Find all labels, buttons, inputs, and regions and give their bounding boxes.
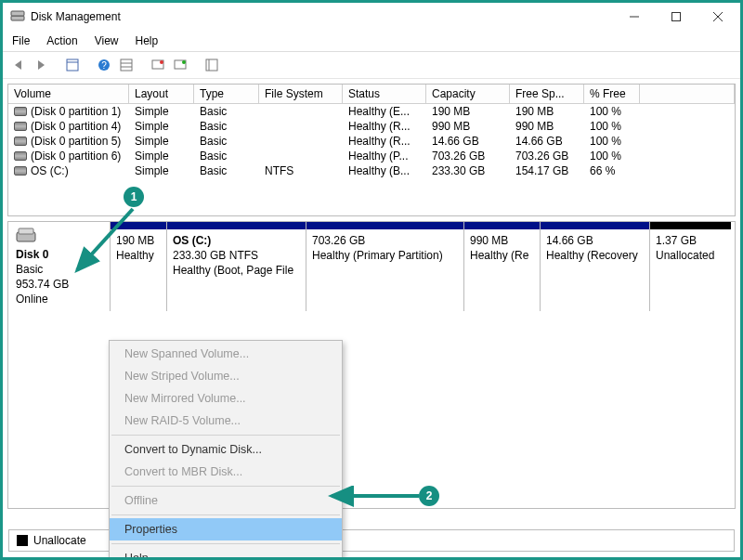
col-layout[interactable]: Layout [129,85,194,104]
partition-status: Healthy (Boot, Page File [173,263,300,278]
svg-rect-1 [11,11,24,16]
svg-point-14 [160,60,163,64]
flag-icon[interactable] [170,55,190,75]
svg-rect-0 [11,16,24,20]
col-filesystem[interactable]: File System [259,85,343,104]
partition-status: Healthy (Re [470,248,534,263]
menu-action[interactable]: Action [45,33,79,49]
ctx-convert-mbr: Convert to MBR Disk... [110,461,342,483]
svg-text:?: ? [101,60,107,71]
volume-capacity: 14.66 GB [426,134,510,149]
volume-pct: 100 % [584,149,640,163]
ctx-convert-dynamic[interactable]: Convert to Dynamic Disk... [110,438,342,461]
properties-icon[interactable] [62,55,83,75]
svg-rect-3 [671,13,680,21]
volume-list: Volume Layout Type File System Status Ca… [7,84,736,216]
ctx-properties[interactable]: Properties [110,518,342,540]
back-button[interactable] [8,55,29,75]
volume-layout: Simple [129,149,194,163]
volume-free: 990 MB [510,119,584,134]
volume-free: 14.66 GB [510,134,584,149]
list-view-icon[interactable] [116,55,137,75]
volume-fs: NTFS [259,163,343,178]
help-icon[interactable]: ? [94,55,114,75]
disk-state: Online [16,293,102,306]
col-status[interactable]: Status [343,85,426,104]
partition-size: 990 MB [470,233,534,248]
toolbar: ? [3,52,740,79]
partition[interactable]: 703.26 GBHealthy (Primary Partition) [306,222,463,311]
window-buttons [613,3,738,31]
partition-status: Unallocated [656,248,725,263]
volume-type: Basic [194,149,259,163]
volume-row[interactable]: (Disk 0 partition 5)SimpleBasicHealthy (… [8,134,735,149]
volume-name: (Disk 0 partition 1) [8,104,129,119]
volume-fs [259,119,343,134]
callout-2: 2 [419,486,439,506]
volume-name: (Disk 0 partition 4) [8,119,129,134]
partition-strip [167,222,306,229]
refresh-icon[interactable] [148,55,168,75]
volume-name: OS (C:) [8,163,129,178]
partition-strip [464,222,540,229]
ctx-new-striped: New Striped Volume... [110,365,342,387]
minimize-button[interactable] [613,3,655,31]
menubar: File Action View Help [3,31,740,52]
volume-status: Healthy (R... [343,119,426,134]
volume-capacity: 703.26 GB [426,149,510,163]
menu-file[interactable]: File [10,33,32,49]
window-title: Disk Management [31,10,613,23]
volume-row[interactable]: (Disk 0 partition 1)SimpleBasicHealthy (… [8,104,735,119]
volume-free: 190 MB [510,104,584,119]
forward-button[interactable] [31,55,51,75]
volume-icon [14,151,27,161]
partition[interactable]: 990 MBHealthy (Re [463,222,540,311]
col-type[interactable]: Type [194,85,259,104]
volume-row[interactable]: (Disk 0 partition 4)SimpleBasicHealthy (… [8,119,735,134]
col-volume[interactable]: Volume [8,85,129,104]
partition-strip [306,222,463,229]
volume-pct: 100 % [584,104,640,119]
svg-rect-10 [121,59,132,71]
volume-pct: 100 % [584,119,640,134]
volume-icon [14,122,27,131]
volume-type: Basic [194,134,259,149]
volume-icon [14,107,27,116]
partition-status: Healthy (Primary Partition) [312,248,458,263]
close-button[interactable] [697,3,738,31]
volume-layout: Simple [129,104,194,119]
volume-status: Healthy (B... [343,163,426,178]
volume-row[interactable]: (Disk 0 partition 6)SimpleBasicHealthy (… [8,149,735,163]
legend-unallocated-label: Unallocate [33,534,86,547]
col-pctfree[interactable]: % Free [584,85,640,104]
svg-rect-6 [67,59,78,71]
ctx-new-raid5: New RAID-5 Volume... [110,410,342,432]
maximize-button[interactable] [655,3,697,31]
volume-header: Volume Layout Type File System Status Ca… [8,85,735,104]
menu-view[interactable]: View [93,33,121,49]
detail-view-icon[interactable] [202,55,222,75]
volume-row[interactable]: OS (C:)SimpleBasicNTFSHealthy (B...233.3… [8,163,735,178]
partition-status: Healthy (Recovery [546,248,644,263]
partition[interactable]: 1.37 GBUnallocated [649,222,731,311]
ctx-sep-3 [111,514,340,515]
svg-line-21 [77,209,133,270]
volume-type: Basic [194,163,259,178]
ctx-sep-2 [111,486,340,487]
volume-layout: Simple [129,163,194,178]
volume-fs [259,134,343,149]
ctx-new-mirrored: New Mirrored Volume... [110,387,342,410]
ctx-help[interactable]: Help [110,547,342,560]
context-menu: New Spanned Volume... New Striped Volume… [109,340,343,560]
menu-help[interactable]: Help [134,33,161,49]
ctx-new-spanned: New Spanned Volume... [110,343,342,365]
col-capacity[interactable]: Capacity [426,85,510,104]
volume-free: 703.26 GB [510,149,584,163]
svg-point-16 [182,60,186,64]
col-free[interactable]: Free Sp... [510,85,584,104]
arrow-1 [68,205,142,280]
partition[interactable]: 14.66 GBHealthy (Recovery [540,222,649,311]
volume-fs [259,104,343,119]
partition[interactable]: OS (C:)233.30 GB NTFSHealthy (Boot, Page… [166,222,306,311]
volume-status: Healthy (E... [343,104,426,119]
